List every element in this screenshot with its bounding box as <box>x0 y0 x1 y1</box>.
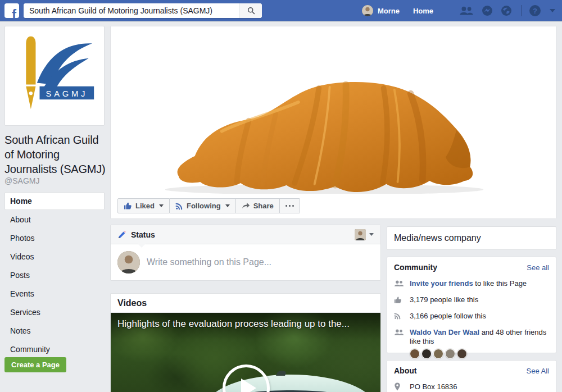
friend-avatars <box>410 349 549 359</box>
search-button[interactable] <box>239 3 262 18</box>
share-button[interactable]: Share <box>236 198 280 213</box>
friend-name-link[interactable]: Waldo Van Der Waal <box>410 328 479 336</box>
featured-video-thumbnail[interactable]: Highlights of the evaluation process lea… <box>111 313 380 392</box>
navbar-username[interactable]: Morne <box>378 7 400 15</box>
more-actions-button[interactable] <box>280 198 300 213</box>
share-label: Share <box>253 202 274 210</box>
sidebar-item-services[interactable]: Services <box>4 303 105 321</box>
friend-requests-button[interactable] <box>459 6 474 16</box>
help-glyph: ? <box>533 7 537 15</box>
help-button[interactable]: ? <box>529 5 541 16</box>
create-page-button[interactable]: Create a Page <box>4 357 66 372</box>
friends-icon <box>394 328 405 359</box>
thumbs-up-icon <box>394 295 405 304</box>
page-action-bar: Liked Following Share <box>111 194 556 218</box>
page-title: South African Guild of Motoring Journali… <box>4 133 107 176</box>
rss-icon <box>175 202 183 210</box>
composer-user-avatar[interactable] <box>117 251 140 274</box>
composer-caret-icon <box>369 233 374 236</box>
address-row: PO Box 16836 1465 Atlasville <box>394 382 549 392</box>
following-label: Following <box>187 202 221 210</box>
composer-body <box>111 244 380 280</box>
community-header: Community See all <box>394 263 549 272</box>
page-category: Media/news company <box>394 233 481 243</box>
follows-count-text: 3,166 people follow this <box>410 312 486 321</box>
logo-wordmark: SAGMJ <box>46 89 88 98</box>
pencil-icon <box>117 230 126 239</box>
invite-friends-row: Invite your friends to like this Page <box>394 279 549 288</box>
user-avatar[interactable] <box>362 5 373 16</box>
search-input[interactable] <box>24 3 239 18</box>
friend-avatar[interactable] <box>422 349 432 359</box>
about-title: About <box>394 366 416 375</box>
likes-row: 3,179 people like this <box>394 295 549 304</box>
address-line-1: PO Box 16836 <box>410 382 457 391</box>
navbar-home-link[interactable]: Home <box>413 7 433 15</box>
avatar-photo-icon <box>362 5 373 16</box>
play-button-icon[interactable] <box>223 364 270 392</box>
composer-mini-avatar <box>355 229 366 240</box>
status-composer: Status <box>110 225 381 281</box>
friends-like-text: Waldo Van Der Waal and 48 other friends … <box>410 328 549 359</box>
facebook-page: f Morne Home <box>0 0 562 392</box>
location-pin-icon <box>394 382 405 392</box>
composer-identity-switcher[interactable] <box>355 229 374 240</box>
community-card: Community See all Invite your friends to… <box>387 257 556 353</box>
help-icon: ? <box>529 5 541 16</box>
rss-icon <box>394 312 405 321</box>
page-category-card: Media/news company <box>387 226 556 250</box>
notifications-button[interactable] <box>501 5 512 16</box>
cover-section: Liked Following Share <box>110 26 556 219</box>
navbar-divider <box>521 5 522 16</box>
friend-avatar[interactable] <box>410 349 420 359</box>
more-icon <box>285 205 294 207</box>
community-see-all-link[interactable]: See all <box>527 263 549 272</box>
covered-car-image <box>156 60 493 195</box>
messenger-button[interactable] <box>482 5 493 16</box>
following-button[interactable]: Following <box>170 198 236 213</box>
liked-button[interactable]: Liked <box>117 198 170 213</box>
videos-section-title: Videos <box>117 298 147 308</box>
liked-caret-icon <box>159 204 164 207</box>
sidebar-item-videos[interactable]: Videos <box>4 248 105 266</box>
sidebar-item-home[interactable]: Home <box>4 192 105 210</box>
top-navbar: f Morne Home <box>0 0 562 21</box>
invite-friends-text: Invite your friends to like this Page <box>410 279 527 288</box>
cover-photo[interactable] <box>111 26 556 195</box>
status-input[interactable] <box>147 257 374 267</box>
follows-row: 3,166 people follow this <box>394 312 549 321</box>
search-icon <box>247 7 255 15</box>
address-text: PO Box 16836 1465 Atlasville <box>410 382 457 392</box>
sidebar-item-about[interactable]: About <box>4 211 105 229</box>
globe-icon <box>501 5 512 16</box>
avatar-photo-icon <box>117 251 140 274</box>
sidebar-item-events[interactable]: Events <box>4 285 105 303</box>
following-caret-icon <box>225 204 230 207</box>
sidebar-item-posts[interactable]: Posts <box>4 266 105 284</box>
friend-avatar[interactable] <box>457 349 467 359</box>
sidebar-item-notes[interactable]: Notes <box>4 322 105 340</box>
sidebar-item-community[interactable]: Community <box>4 340 105 358</box>
friends-like-row: Waldo Van Der Waal and 48 other friends … <box>394 328 549 359</box>
account-menu-caret-icon[interactable] <box>550 9 555 12</box>
invite-friends-link[interactable]: Invite your friends <box>410 279 473 288</box>
page-navigation: Home About Photos Videos Posts Events Se… <box>4 192 105 359</box>
about-header: About See All <box>394 366 549 375</box>
search-bar <box>24 3 262 18</box>
friend-avatar[interactable] <box>445 349 455 359</box>
about-see-all-link[interactable]: See All <box>527 367 549 375</box>
facebook-logo[interactable]: f <box>4 3 19 18</box>
share-arrow-icon <box>242 202 250 209</box>
messenger-icon <box>482 5 493 16</box>
sidebar-item-photos[interactable]: Photos <box>4 229 105 247</box>
friend-avatar[interactable] <box>433 349 443 359</box>
friends-icon <box>394 279 405 288</box>
videos-section: Videos Highlights of the evaluation proc… <box>110 293 381 392</box>
navbar-right: Morne Home <box>362 0 555 21</box>
page-handle: @SAGMJ <box>4 176 39 185</box>
page-profile-picture[interactable]: SAGMJ <box>4 26 105 126</box>
sagmj-logo: SAGMJ <box>11 32 98 120</box>
thumbs-up-icon <box>124 202 132 210</box>
navbar-jewels <box>451 5 512 16</box>
community-title: Community <box>394 263 437 272</box>
